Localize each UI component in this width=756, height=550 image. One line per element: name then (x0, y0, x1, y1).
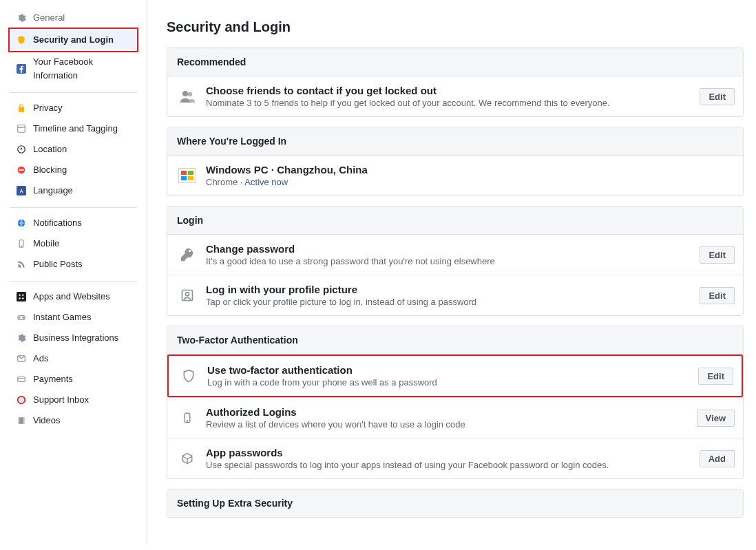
sidebar-item-support[interactable]: Support Inbox (10, 390, 137, 410)
block-icon (15, 164, 28, 176)
sidebar-item-payments[interactable]: Payments (10, 370, 137, 389)
row-title: Authorized Logins (206, 406, 697, 418)
sidebar-item-label: Ads (33, 352, 133, 366)
row-title: Choose friends to contact if you get loc… (206, 85, 700, 96)
section-header: Setting Up Extra Security (167, 489, 743, 517)
row-session[interactable]: Windows PC · Changzhou, China Chrome · A… (167, 156, 743, 195)
row-subtitle: Log in with a code from your phone as we… (207, 377, 698, 388)
row-subtitle: Chrome · Active now (206, 177, 735, 187)
sidebar-item-label: General (33, 11, 133, 25)
section-extra-security: Setting Up Extra Security (167, 489, 744, 518)
sidebar-item-ads[interactable]: Ads (10, 349, 137, 368)
gear-icon (15, 12, 28, 24)
page-title: Security and Login (167, 19, 744, 35)
row-subtitle: It's a good idea to use a strong passwor… (206, 256, 700, 266)
edit-button[interactable]: Edit (700, 287, 735, 304)
svg-point-20 (23, 318, 24, 319)
edit-button[interactable]: Edit (700, 246, 735, 264)
row-use-two-factor[interactable]: Use two-factor authentication Log in wit… (167, 355, 743, 397)
sidebar-item-timeline[interactable]: Timeline and Tagging (10, 119, 137, 138)
lifebuoy-icon (15, 394, 28, 406)
sidebar-item-games[interactable]: Instant Games (10, 308, 137, 327)
add-button[interactable]: Add (700, 450, 735, 467)
row-authorized-logins[interactable]: Authorized Logins Review a list of devic… (167, 397, 743, 438)
svg-point-14 (19, 297, 21, 299)
sidebar-item-blocking[interactable]: Blocking (10, 160, 137, 180)
row-subtitle: Review a list of devices where you won't… (206, 419, 697, 430)
svg-rect-5 (19, 169, 24, 171)
sidebar-item-videos[interactable]: Videos (10, 411, 137, 430)
windows-pc-icon (176, 168, 199, 183)
sidebar-item-label: Notifications (33, 216, 133, 230)
sidebar-item-apps[interactable]: Apps and Websites (10, 287, 137, 306)
row-subtitle: Use special passwords to log into your a… (206, 460, 700, 470)
row-title: App passwords (206, 447, 700, 458)
apps-icon (15, 290, 28, 303)
row-title: Use two-factor authentication (207, 364, 698, 376)
active-now-link[interactable]: Active now (244, 177, 288, 187)
sidebar-item-public-posts[interactable]: Public Posts (10, 255, 137, 274)
sidebar-item-label: Videos (33, 414, 133, 427)
svg-rect-27 (18, 417, 19, 423)
svg-rect-1 (18, 125, 25, 133)
globe-icon (15, 217, 28, 229)
sidebar-item-general[interactable]: General (10, 8, 137, 28)
sidebar-item-location[interactable]: Location (10, 140, 137, 159)
sidebar-item-label: Security and Login (33, 33, 133, 47)
sidebar-item-label: Your Facebook Information (33, 55, 133, 83)
svg-point-34 (187, 421, 188, 422)
rss-icon (15, 258, 28, 271)
sidebar-item-privacy[interactable]: Privacy (10, 98, 137, 118)
edit-button[interactable]: Edit (700, 88, 735, 105)
svg-point-10 (21, 246, 21, 246)
sidebar-item-your-info[interactable]: Your Facebook Information (10, 52, 137, 85)
svg-point-30 (188, 92, 193, 97)
svg-point-29 (182, 91, 188, 96)
sidebar-item-notifications[interactable]: Notifications (10, 213, 137, 233)
language-icon: A (15, 184, 28, 197)
sidebar-item-label: Language (33, 184, 133, 198)
settings-sidebar: General Security and Login Your Facebook… (0, 0, 147, 544)
sidebar-item-label: Mobile (33, 237, 133, 251)
sidebar-item-label: Blocking (33, 163, 133, 177)
row-change-password[interactable]: Change password It's a good idea to use … (167, 235, 743, 275)
sidebar-item-security-login[interactable]: Security and Login (10, 30, 137, 50)
section-header: Recommended (167, 48, 743, 76)
mobile-icon (15, 237, 28, 250)
svg-text:A: A (20, 189, 23, 193)
mobile-icon (176, 412, 199, 424)
row-subtitle: Tap or click your profile picture to log… (206, 297, 700, 307)
sidebar-item-label: Location (33, 142, 133, 156)
section-header: Login (167, 207, 743, 235)
sidebar-item-label: Public Posts (33, 257, 133, 271)
facebook-icon (15, 63, 28, 75)
row-subtitle: Nominate 3 to 5 friends to help if you g… (206, 98, 700, 108)
ads-icon (15, 352, 28, 365)
location-pin-icon (15, 143, 28, 156)
credit-card-icon (15, 373, 28, 385)
edit-button[interactable]: Edit (698, 368, 733, 385)
sidebar-item-label: Support Inbox (33, 393, 133, 407)
friends-icon (176, 88, 199, 105)
sidebar-item-mobile[interactable]: Mobile (10, 234, 137, 253)
svg-rect-22 (18, 377, 25, 382)
row-trusted-contacts[interactable]: Choose friends to contact if you get loc… (167, 76, 743, 116)
sidebar-item-label: Timeline and Tagging (33, 122, 133, 136)
section-header: Where You're Logged In (167, 127, 743, 156)
sidebar-item-label: Privacy (33, 101, 133, 115)
svg-point-13 (22, 295, 23, 296)
sidebar-item-language[interactable]: A Language (10, 181, 137, 200)
sidebar-item-biz[interactable]: Business Integrations (10, 328, 137, 348)
sidebar-item-label: Payments (33, 372, 133, 386)
row-profile-picture-login[interactable]: Log in with your profile picture Tap or … (167, 275, 743, 315)
row-app-passwords[interactable]: App passwords Use special passwords to l… (167, 438, 743, 478)
gamepad-icon (15, 311, 28, 324)
timeline-icon (15, 123, 28, 135)
svg-point-12 (19, 295, 21, 296)
gear-icon (15, 332, 28, 344)
section-logged-in: Where You're Logged In Windows PC · Chan… (167, 127, 744, 196)
section-two-factor: Two-Factor Authentication Use two-factor… (167, 326, 744, 479)
view-button[interactable]: View (697, 410, 735, 427)
row-title: Windows PC · Changzhou, China (206, 164, 735, 176)
profile-picture-icon (176, 288, 199, 302)
